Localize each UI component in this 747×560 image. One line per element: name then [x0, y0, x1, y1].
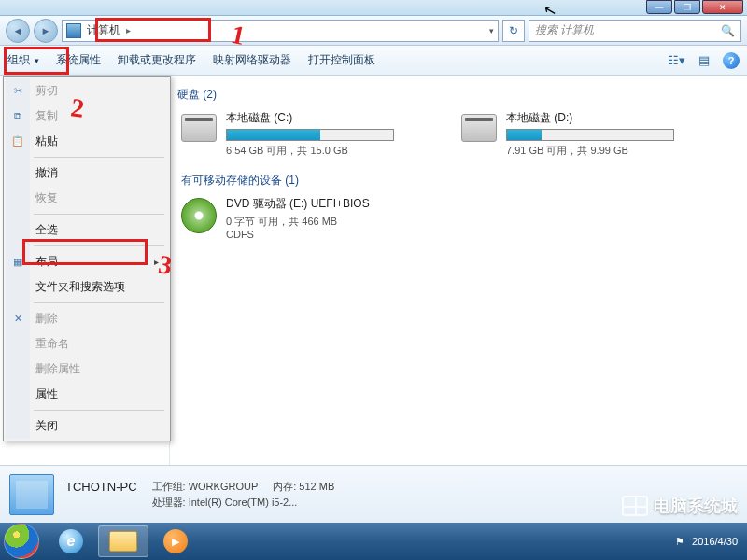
forward-button[interactable]: ►: [34, 19, 58, 43]
cpu-value: Intel(R) Core(TM) i5-2...: [189, 497, 298, 508]
view-options-icon[interactable]: ☷▾: [667, 52, 685, 69]
taskbar-wmp[interactable]: ▶: [150, 525, 201, 557]
help-icon[interactable]: ?: [723, 52, 740, 69]
drive-label: 本地磁盘 (C:): [226, 110, 424, 126]
main-pane: 硬盘 (2) 本地磁盘 (C:) 6.54 GB 可用，共 15.0 GB 本地…: [170, 76, 747, 465]
refresh-button[interactable]: ↻: [502, 20, 525, 42]
tray-flag-icon[interactable]: ⚑: [675, 536, 684, 548]
ie-icon: [59, 529, 83, 553]
uninstall-programs-button[interactable]: 卸载或更改程序: [118, 52, 196, 68]
delete-icon: ✕: [10, 312, 25, 327]
taskbar-ie[interactable]: [46, 525, 96, 557]
open-control-panel-button[interactable]: 打开控制面板: [308, 52, 375, 68]
hdd-icon: [461, 114, 497, 142]
menu-close[interactable]: 关闭: [6, 413, 168, 439]
drive-freespace: 0 字节 可用，共 466 MB: [226, 215, 424, 229]
computer-large-icon: [9, 474, 54, 515]
start-button[interactable]: [4, 524, 39, 559]
menu-select-all[interactable]: 全选: [6, 217, 168, 243]
drive-label: 本地磁盘 (D:): [506, 110, 704, 126]
search-placeholder: 搜索 计算机: [535, 22, 594, 38]
system-tray[interactable]: ⚑ 2016/4/30: [675, 536, 743, 548]
maximize-button[interactable]: ❐: [674, 0, 700, 14]
watermark-logo-icon: [622, 496, 648, 516]
menu-redo[interactable]: 恢复: [6, 186, 168, 211]
menu-rename[interactable]: 重命名: [6, 331, 168, 357]
cut-icon: ✂: [10, 84, 25, 99]
navigation-bar: ◄ ► 计算机 ▸ ▾ ↻ 搜索 计算机 🔍: [0, 16, 747, 46]
computer-icon: [66, 23, 81, 38]
copy-icon: ⧉: [10, 109, 25, 124]
address-bar[interactable]: 计算机 ▸ ▾: [62, 20, 499, 42]
menu-copy[interactable]: ⧉复制: [6, 104, 168, 129]
search-input[interactable]: 搜索 计算机 🔍: [529, 20, 741, 42]
drive-label: DVD 驱动器 (E:) UEFI+BIOS: [226, 196, 424, 212]
menu-delete[interactable]: ✕删除: [6, 306, 168, 331]
taskbar-explorer[interactable]: [98, 525, 148, 557]
hdd-section-header: 硬盘 (2): [177, 87, 736, 103]
minimize-button[interactable]: —: [646, 0, 672, 14]
capacity-bar: [506, 129, 674, 141]
drive-dvd[interactable]: DVD 驱动器 (E:) UEFI+BIOS 0 字节 可用，共 466 MB …: [181, 196, 424, 240]
organize-button[interactable]: 组织: [7, 52, 39, 68]
removable-section-header: 有可移动存储的设备 (1): [181, 173, 736, 189]
drive-d[interactable]: 本地磁盘 (D:) 7.91 GB 可用，共 9.99 GB: [461, 110, 704, 158]
breadcrumb-arrow-icon[interactable]: ▸: [126, 25, 131, 35]
drive-c[interactable]: 本地磁盘 (C:) 6.54 GB 可用，共 15.0 GB: [181, 110, 424, 158]
hdd-icon: [181, 114, 217, 142]
address-text: 计算机: [87, 22, 120, 38]
search-icon: 🔍: [721, 24, 735, 37]
menu-undo[interactable]: 撤消: [6, 161, 168, 186]
preview-pane-icon[interactable]: ▤: [695, 52, 713, 69]
tray-date: 2016/4/30: [692, 536, 738, 547]
menu-layout[interactable]: ▦布局: [6, 249, 168, 274]
wmp-icon: ▶: [163, 529, 188, 553]
drive-freespace: 7.91 GB 可用，共 9.99 GB: [506, 144, 704, 158]
layout-icon: ▦: [10, 255, 25, 270]
capacity-bar: [226, 129, 394, 141]
toolbar: 组织 系统属性 卸载或更改程序 映射网络驱动器 打开控制面板 ☷▾ ▤ ?: [0, 46, 747, 76]
back-button[interactable]: ◄: [6, 19, 30, 43]
map-network-drive-button[interactable]: 映射网络驱动器: [213, 52, 291, 68]
watermark: 电脑系统城: [622, 495, 738, 517]
taskbar: ▶ ⚑ 2016/4/30: [0, 523, 747, 560]
workgroup-value: WORKGROUP: [189, 481, 259, 492]
menu-paste[interactable]: 📋粘贴: [6, 129, 168, 154]
menu-remove-properties[interactable]: 删除属性: [6, 357, 168, 382]
window-titlebar: — ❐ ✕: [0, 0, 747, 16]
folder-icon: [109, 531, 137, 552]
memory-value: 512 MB: [299, 481, 334, 492]
system-properties-button[interactable]: 系统属性: [56, 52, 101, 68]
paste-icon: 📋: [10, 134, 25, 149]
close-button[interactable]: ✕: [702, 0, 743, 14]
dvd-icon: [181, 198, 217, 233]
drive-freespace: 6.54 GB 可用，共 15.0 GB: [226, 144, 424, 158]
menu-cut[interactable]: ✂剪切: [6, 78, 168, 104]
drive-filesystem: CDFS: [226, 229, 424, 240]
menu-folder-options[interactable]: 文件夹和搜索选项: [6, 274, 168, 300]
menu-properties[interactable]: 属性: [6, 382, 168, 407]
organize-menu: ✂剪切 ⧉复制 📋粘贴 撤消 恢复 全选 ▦布局 文件夹和搜索选项 ✕删除 重命…: [3, 76, 171, 441]
computer-name: TCHOTN-PC: [65, 480, 137, 494]
address-dropdown-icon[interactable]: ▾: [489, 26, 494, 35]
